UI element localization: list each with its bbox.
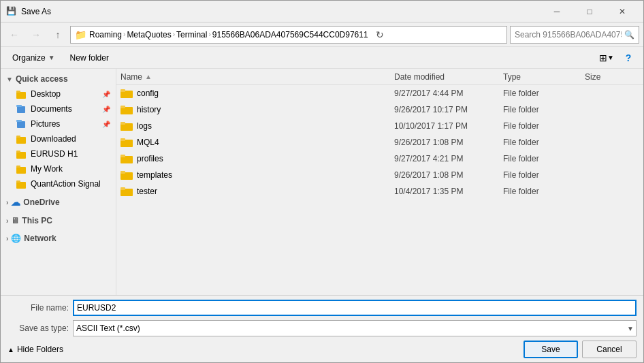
downloaded-icon	[16, 133, 27, 144]
filename-input[interactable]	[73, 300, 637, 316]
search-box[interactable]: 🔍	[510, 26, 639, 44]
up-button[interactable]: ↑	[48, 25, 67, 44]
sidebar-section-network: › 🌐 Network	[1, 231, 116, 246]
file-name: profiles	[137, 154, 163, 163]
view-arrow: ▼	[607, 54, 614, 61]
hide-folders-chevron: ▲	[7, 346, 14, 353]
onedrive-header[interactable]: › ☁ OneDrive	[1, 194, 116, 210]
svg-rect-10	[16, 167, 26, 174]
col-type-label: Type	[503, 72, 521, 82]
svg-rect-3	[16, 105, 22, 107]
eurusd-label: EURUSD H1	[31, 149, 110, 159]
documents-icon	[16, 104, 27, 114]
table-row[interactable]: templates 9/26/2017 1:08 PM File folder	[116, 167, 643, 183]
back-button[interactable]: ←	[5, 25, 24, 44]
col-header-size[interactable]: Size	[585, 72, 639, 82]
table-row[interactable]: profiles 9/27/2017 4:21 PM File folder	[116, 151, 643, 167]
svg-rect-4	[17, 121, 25, 128]
sidebar-item-downloaded[interactable]: Downloaded	[1, 131, 116, 146]
svg-rect-5	[16, 120, 22, 122]
savetype-select[interactable]: ASCII Text (*.csv)	[73, 320, 637, 336]
file-type: File folder	[503, 105, 585, 114]
search-icon: 🔍	[624, 30, 634, 40]
table-row[interactable]: MQL4 9/26/2017 1:08 PM File folder	[116, 134, 643, 151]
file-name: templates	[137, 170, 172, 180]
sidebar-item-quantaction[interactable]: QuantAction Signal	[1, 176, 116, 191]
file-date: 9/27/2017 4:21 PM	[394, 154, 503, 163]
my-work-icon	[16, 163, 27, 174]
file-type: File folder	[503, 154, 585, 163]
folder-icon	[120, 169, 133, 182]
file-date: 10/4/2017 1:35 PM	[394, 187, 503, 196]
address-bar[interactable]: 📁 Roaming › MetaQuotes › Terminal › 9155…	[70, 26, 507, 44]
crumb-metaquotes[interactable]: MetaQuotes	[127, 30, 171, 40]
table-row[interactable]: tester 10/4/2017 1:35 PM File folder	[116, 183, 643, 200]
network-icon: 🌐	[11, 234, 21, 243]
savetype-row: Save as type: ASCII Text (*.csv) ▼	[7, 320, 637, 336]
file-name: logs	[137, 121, 152, 131]
forward-button[interactable]: →	[27, 25, 46, 44]
network-header[interactable]: › 🌐 Network	[1, 231, 116, 246]
new-folder-button[interactable]: New folder	[64, 49, 115, 67]
file-date: 9/27/2017 4:44 PM	[394, 89, 503, 98]
sidebar-item-my-work[interactable]: My Work	[1, 161, 116, 176]
table-row[interactable]: history 9/26/2017 10:17 PM File folder	[116, 101, 643, 118]
quantaction-label: QuantAction Signal	[31, 179, 110, 189]
pictures-label: Pictures	[31, 119, 98, 129]
sidebar-item-documents[interactable]: Documents 📌	[1, 101, 116, 116]
organize-button[interactable]: Organize ▼	[6, 49, 61, 67]
col-header-name[interactable]: Name ▲	[120, 72, 394, 82]
sidebar-item-pictures[interactable]: Pictures 📌	[1, 116, 116, 131]
cancel-button[interactable]: Cancel	[582, 341, 637, 358]
col-date-label: Date modified	[394, 72, 445, 82]
svg-rect-23	[120, 155, 125, 157]
refresh-button[interactable]: ↻	[371, 26, 389, 44]
crumb-id[interactable]: 915566BA06ADA407569C544CC0D97611	[212, 30, 368, 40]
hide-folders-label: Hide Folders	[17, 345, 63, 354]
file-name: tester	[137, 187, 157, 196]
col-sort-icon: ▲	[145, 73, 152, 80]
help-button[interactable]: ?	[619, 49, 638, 67]
svg-rect-0	[16, 92, 26, 99]
thispc-icon: 🖥	[11, 216, 19, 225]
file-type: File folder	[503, 138, 585, 147]
svg-rect-17	[120, 106, 125, 108]
pictures-pin-icon: 📌	[102, 121, 110, 128]
svg-rect-7	[16, 136, 20, 138]
table-row[interactable]: config 9/27/2017 4:44 PM File folder	[116, 85, 643, 101]
sidebar-item-desktop[interactable]: Desktop 📌	[1, 86, 116, 101]
folder-icon	[120, 120, 133, 133]
quantaction-icon	[16, 178, 27, 189]
table-row[interactable]: logs 10/10/2017 1:17 PM File folder	[116, 118, 643, 134]
save-button[interactable]: Save	[524, 341, 578, 358]
file-date: 9/26/2017 1:08 PM	[394, 138, 503, 147]
filename-label: File name:	[7, 303, 69, 313]
col-header-type[interactable]: Type	[503, 72, 585, 82]
col-header-date[interactable]: Date modified	[394, 72, 503, 82]
savetype-label: Save as type:	[7, 323, 69, 333]
quick-access-header[interactable]: ▼ Quick access	[1, 72, 116, 86]
maximize-button[interactable]: □	[574, 1, 605, 22]
close-button[interactable]: ✕	[607, 1, 638, 22]
thispc-header[interactable]: › 🖥 This PC	[1, 213, 116, 228]
minimize-button[interactable]: ─	[541, 1, 573, 22]
thispc-chevron: ›	[6, 217, 8, 225]
folder-icon	[120, 153, 133, 165]
file-type: File folder	[503, 187, 585, 196]
sidebar-section-onedrive: › ☁ OneDrive	[1, 194, 116, 210]
sidebar-item-eurusd[interactable]: EURUSD H1	[1, 146, 116, 161]
toolbar: ← → ↑ 📁 Roaming › MetaQuotes › Terminal …	[1, 22, 643, 47]
pictures-icon	[16, 119, 27, 129]
documents-pin-icon: 📌	[102, 106, 110, 113]
bottom-actions: ▲ Hide Folders Save Cancel	[7, 341, 637, 358]
crumb-roaming[interactable]: Roaming	[89, 30, 122, 40]
crumb-terminal[interactable]: Terminal	[176, 30, 207, 40]
svg-rect-1	[16, 91, 20, 93]
view-button[interactable]: ⊞ ▼	[597, 49, 616, 67]
network-chevron: ›	[6, 235, 8, 242]
sidebar-section-quick-access: ▼ Quick access Desktop 📌 Documents 📌	[1, 72, 116, 191]
search-input[interactable]	[515, 30, 622, 40]
hide-folders-button[interactable]: ▲ Hide Folders	[7, 345, 63, 354]
svg-rect-11	[16, 165, 20, 168]
breadcrumb: Roaming › MetaQuotes › Terminal › 915566…	[89, 30, 368, 40]
